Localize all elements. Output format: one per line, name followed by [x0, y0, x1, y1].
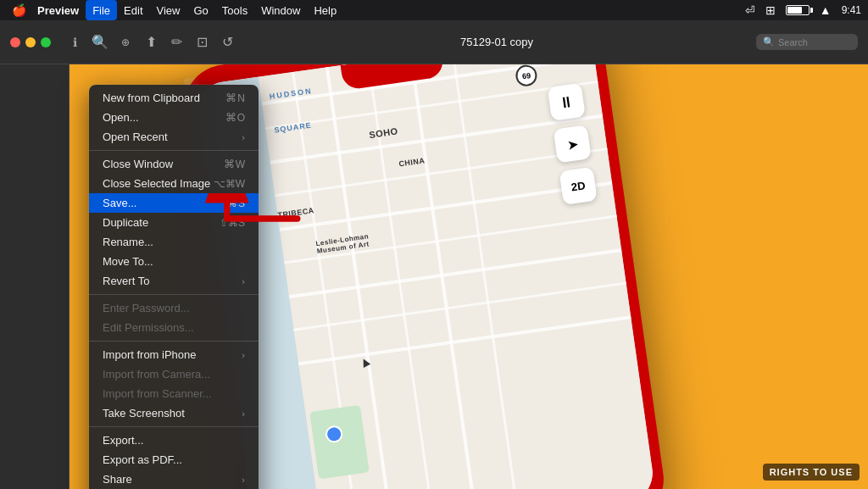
left-sidebar [0, 64, 70, 489]
menu-import-camera: Import from Camera... [89, 364, 259, 384]
crop-icon[interactable]: ⊡ [192, 32, 212, 53]
document-title: 75129-01 copy [244, 36, 749, 48]
minimize-button[interactable] [25, 37, 36, 47]
zoom-in-icon[interactable]: ⊕ [115, 32, 136, 53]
menu-take-screenshot[interactable]: Take Screenshot › [89, 403, 259, 423]
speed-sign: 69 [515, 64, 538, 87]
rotate-icon[interactable]: ↺ [217, 32, 237, 53]
window-controls [10, 37, 51, 47]
apple-icon: 🍎 [12, 3, 26, 17]
menu-new-from-clipboard[interactable]: New from Clipboard ⌘N [89, 88, 259, 108]
menu-share[interactable]: Share › [89, 470, 259, 489]
menu-edit-permissions-label: Edit Permissions... [103, 321, 194, 334]
menu-import-scanner-label: Import from Scanner... [103, 387, 212, 400]
menu-export-pdf-label: Export as PDF... [103, 453, 182, 466]
menu-open-recent-label: Open Recent [103, 131, 168, 143]
watermark: RIGHTS TO USE [763, 464, 860, 481]
apple-menu[interactable]: 🍎 [7, 3, 31, 17]
menu-close-selected-image[interactable]: Close Selected Image ⌥⌘W [89, 174, 259, 193]
menu-save-label: Save... [103, 197, 136, 209]
menu-import-camera-label: Import from Camera... [103, 368, 210, 381]
menu-import-iphone-arrow: › [242, 350, 245, 360]
search-label: Search [778, 37, 808, 47]
menu-open-recent-arrow: › [242, 132, 245, 142]
menu-close-selected-image-label: Close Selected Image [103, 177, 210, 190]
toolbar: ℹ 🔍 ⊕ ⬆ ✏ ⊡ ↺ 75129-01 copy 🔍 Search [0, 20, 868, 64]
menu-help[interactable]: Help [307, 0, 343, 20]
menu-open-recent[interactable]: Open Recent › [89, 127, 259, 147]
menu-enter-password-label: Enter Password... [103, 302, 190, 314]
menu-import-iphone-label: Import from iPhone [103, 348, 197, 361]
menu-export[interactable]: Export... [89, 431, 259, 450]
menu-export-pdf[interactable]: Export as PDF... [89, 450, 259, 470]
menu-take-screenshot-label: Take Screenshot [103, 407, 185, 420]
menu-share-arrow: › [242, 475, 245, 485]
menu-close-selected-image-shortcut: ⌥⌘W [214, 178, 245, 190]
menu-tools[interactable]: Tools [215, 0, 254, 20]
menu-close-window-label: Close Window [103, 158, 173, 170]
map-label-soho: SOHO [369, 125, 399, 140]
battery-icon [786, 5, 810, 15]
menubar-right-icons: ⏎ ⊞ ▲ 9:41 [745, 3, 861, 17]
maximize-button[interactable] [41, 37, 51, 47]
red-arrow [203, 193, 305, 244]
menu-take-screenshot-arrow: › [242, 408, 245, 419]
map-compass-btn[interactable]: ➤ [554, 125, 592, 163]
close-button[interactable] [10, 37, 20, 47]
map-display: HUDSON SQUARE SOHO CHINA TRIBECA Leslie-… [191, 64, 656, 489]
menu-revert-to-label: Revert To [103, 275, 149, 287]
controls-icon[interactable]: ⊞ [765, 3, 776, 17]
file-dropdown-menu: New from Clipboard ⌘N Open... ⌘O Open Re… [89, 85, 259, 489]
menubar: 🍎 Preview File Edit View Go Tools Window… [0, 0, 868, 20]
edit-icon[interactable]: ✏ [166, 32, 186, 53]
menu-move-to-label: Move To... [103, 255, 153, 268]
menu-edit[interactable]: Edit [117, 0, 149, 20]
info-icon[interactable]: ℹ [64, 32, 85, 53]
app-name[interactable]: Preview [31, 4, 86, 17]
map-pause-btn[interactable]: ⏸ [548, 83, 586, 121]
separator-2 [89, 294, 259, 295]
separator-3 [89, 341, 259, 342]
menu-export-label: Export... [103, 434, 143, 447]
menu-import-iphone[interactable]: Import from iPhone › [89, 345, 259, 364]
separator-1 [89, 150, 259, 151]
menu-enter-password: Enter Password... [89, 298, 259, 318]
map-label-square: SQUARE [274, 121, 312, 135]
menu-open[interactable]: Open... ⌘O [89, 108, 259, 127]
menu-import-scanner: Import from Scanner... [89, 384, 259, 403]
menu-revert-to[interactable]: Revert To › [89, 271, 259, 291]
menu-go[interactable]: Go [186, 0, 214, 20]
toolbar-left-icons: ℹ 🔍 ⊕ ⬆ ✏ ⊡ ↺ [64, 32, 237, 53]
map-2d-btn[interactable]: 2D [559, 167, 598, 205]
phone-screen: HUDSON SQUARE SOHO CHINA TRIBECA Leslie-… [191, 64, 656, 489]
menu-open-label: Open... [103, 111, 139, 124]
menu-view[interactable]: View [150, 0, 187, 20]
menu-duplicate-label: Duplicate [103, 216, 148, 229]
menu-share-label: Share [103, 473, 132, 486]
menu-new-from-clipboard-label: New from Clipboard [103, 92, 200, 104]
menu-edit-permissions: Edit Permissions... [89, 318, 259, 337]
search-box[interactable]: 🔍 Search [756, 34, 858, 50]
separator-4 [89, 426, 259, 427]
menu-new-from-clipboard-shortcut: ⌘N [225, 92, 245, 104]
menu-revert-to-arrow: › [242, 276, 245, 286]
zoom-out-icon[interactable]: 🔍 [90, 32, 110, 53]
menu-window[interactable]: Window [254, 0, 307, 20]
menu-move-to[interactable]: Move To... [89, 252, 259, 271]
menu-close-window-shortcut: ⌘W [224, 158, 245, 170]
menu-open-shortcut: ⌘O [225, 111, 245, 124]
menu-rename-label: Rename... [103, 236, 153, 248]
map-label-china: CHINA [398, 156, 426, 168]
wifi-icon[interactable]: ▲ [820, 3, 832, 17]
search-icon: 🔍 [763, 36, 775, 47]
main-content: HUDSON SQUARE SOHO CHINA TRIBECA Leslie-… [0, 64, 868, 489]
airplay-icon[interactable]: ⏎ [745, 3, 755, 17]
share-icon[interactable]: ⬆ [141, 32, 161, 53]
menu-file[interactable]: File [86, 0, 117, 20]
time-display: 9:41 [842, 4, 861, 16]
menu-close-window[interactable]: Close Window ⌘W [89, 154, 259, 174]
